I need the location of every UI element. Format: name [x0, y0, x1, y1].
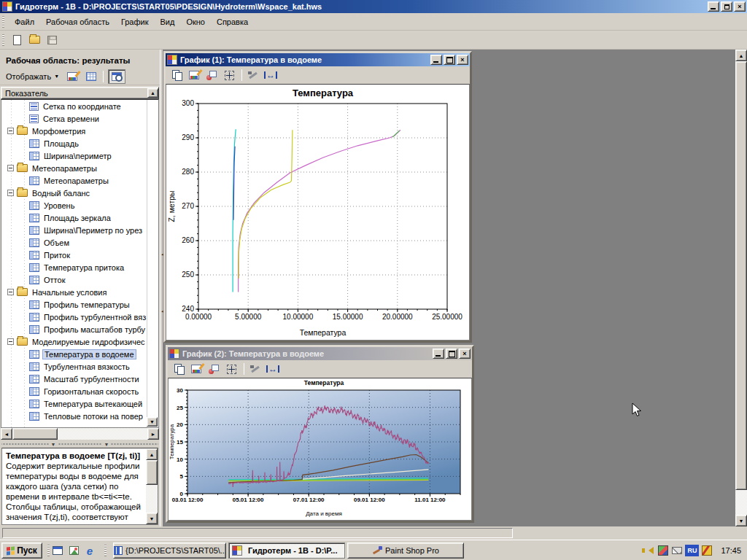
toolbar-grip[interactable] [2, 16, 4, 28]
scrollbar-track[interactable] [146, 485, 158, 513]
maximize-button[interactable] [446, 349, 457, 359]
tree-item-18[interactable]: Профиль турбулентной вяз [1, 311, 158, 323]
datapoint-button[interactable] [204, 68, 220, 82]
tree-item-8[interactable]: Водный баланс [1, 187, 158, 199]
collapse-icon[interactable] [7, 190, 14, 196]
edit-chart-button[interactable] [188, 362, 204, 376]
keyboard-switcher-icon[interactable] [701, 545, 713, 556]
scroll-right-button[interactable]: ► [147, 428, 159, 440]
close-button[interactable]: × [457, 55, 468, 65]
quicklaunch-image-app[interactable] [67, 544, 80, 557]
tree-item-9[interactable]: Уровень [1, 199, 158, 211]
tree-item-11[interactable]: Ширина\Периметр по урез [1, 224, 158, 236]
tree-item-15[interactable]: Отток [1, 273, 158, 286]
tree-item-22[interactable]: Турбулентная вязкость [1, 360, 158, 373]
menu-item-5[interactable]: Окно [180, 15, 211, 28]
scroll-up-button[interactable]: ▲ [146, 448, 158, 460]
tree-item-5[interactable]: Ширина\периметр [1, 149, 158, 162]
tree-item-20[interactable]: Моделируемые гидрофизичес [1, 335, 158, 348]
close-button[interactable]: × [459, 349, 471, 359]
quicklaunch-show-desktop[interactable] [51, 544, 64, 557]
pan-button[interactable] [223, 362, 239, 376]
tree-column-header[interactable]: Показатель ▲ [1, 87, 159, 99]
main-window-titlebar[interactable]: Гидротерм - 1В - D:\PROJECTS\START05\PDE… [0, 0, 747, 13]
tree-item-6[interactable]: Метеопараметры [1, 162, 158, 174]
show-graph-button[interactable] [63, 69, 81, 84]
chart-window-1-titlebar[interactable]: График (1): Температура в водоеме × [166, 53, 470, 66]
tree-item-4[interactable]: Площадь [1, 137, 158, 149]
taskbar-clock[interactable]: 17:45 [715, 546, 746, 555]
volume-icon[interactable] [643, 545, 655, 556]
show-description-button[interactable] [108, 69, 125, 84]
minimize-button[interactable] [708, 1, 719, 12]
collapse-icon[interactable] [7, 289, 14, 295]
maximize-button[interactable] [444, 55, 455, 65]
tree-scroll-down-button[interactable]: ▼ [147, 417, 158, 427]
scrollbar-thumb[interactable] [735, 61, 747, 490]
tree-item-10[interactable]: Площадь зеркала [1, 211, 158, 224]
minimize-button[interactable] [430, 55, 442, 65]
task-button-2[interactable]: Гидротерм - 1В - D:\P... [228, 542, 345, 559]
show-table-button[interactable] [82, 69, 100, 84]
start-button[interactable]: Пуск [1, 542, 42, 559]
menu-item-3[interactable]: График [115, 15, 155, 28]
tree-item-3[interactable]: Морфометрия [1, 125, 158, 137]
collapse-icon[interactable] [7, 165, 14, 171]
tree-item-14[interactable]: Температура притока [1, 261, 158, 273]
tree-item-12[interactable]: Объем [1, 236, 158, 249]
chart-window-2[interactable]: График (2): Температура в водоеме × ↔ 03… [166, 345, 474, 523]
quicklaunch-internet-explorer[interactable]: e [83, 544, 96, 557]
tree-item-26[interactable]: Тепловые потоки на повер [1, 410, 158, 422]
edit-chart-button[interactable] [186, 68, 202, 82]
tree-item-7[interactable]: Метеопараметры [1, 174, 158, 187]
tools-button[interactable] [245, 68, 261, 82]
scrollbar-thumb[interactable] [146, 460, 158, 485]
tree-item-21[interactable]: Температура в водоеме [1, 348, 158, 360]
tree-item-25[interactable]: Температура вытекающей [1, 397, 158, 410]
menu-item-2[interactable]: Рабочая область [40, 15, 115, 28]
fit-width-button[interactable]: ↔ [265, 362, 281, 376]
pan-button[interactable] [221, 68, 237, 82]
copy-button[interactable] [169, 68, 185, 82]
datapoint-button[interactable] [206, 362, 222, 376]
menu-item-4[interactable]: Вид [155, 15, 181, 28]
tree-scroll-up-button[interactable]: ▲ [147, 88, 158, 98]
new-file-button[interactable] [9, 33, 25, 47]
toolbar-grip[interactable] [2, 34, 4, 46]
close-button[interactable]: × [734, 1, 746, 12]
mail-icon[interactable] [671, 545, 683, 556]
tools-button[interactable] [247, 362, 263, 376]
tree-item-13[interactable]: Приток [1, 249, 158, 261]
taskbar-grip[interactable] [47, 545, 50, 556]
tree-item-2[interactable]: Сетка времени [1, 112, 158, 125]
fit-width-button[interactable]: ↔ [263, 68, 279, 82]
tree-item-1[interactable]: Сетка по координате [1, 100, 158, 112]
scrollbar-track[interactable] [58, 428, 147, 440]
chart-window-2-titlebar[interactable]: График (2): Температура в водоеме × [168, 347, 472, 360]
restore-button[interactable] [721, 1, 732, 12]
save-button[interactable] [44, 33, 60, 47]
open-file-button[interactable] [26, 33, 42, 47]
scrollbar-thumb[interactable] [12, 428, 58, 440]
tree-item-24[interactable]: Горизонтальная скорость [1, 385, 158, 397]
display-dropdown[interactable]: Отображать ▼ [3, 71, 62, 82]
menu-item-1[interactable]: Файл [9, 15, 40, 28]
menu-item-6[interactable]: Справка [211, 15, 254, 28]
display-settings-icon[interactable] [657, 545, 669, 556]
taskbar-grip[interactable] [104, 545, 107, 556]
copy-button[interactable] [171, 362, 187, 376]
collapse-icon[interactable] [7, 128, 14, 134]
scroll-left-button[interactable]: ◄ [1, 428, 12, 440]
description-splitter[interactable]: ▼ ▼ [1, 440, 158, 448]
language-indicator[interactable]: RU [685, 545, 699, 556]
scroll-up-button[interactable]: ▲ [735, 50, 747, 61]
tree-item-16[interactable]: Начальные условия [1, 286, 158, 298]
tree-item-23[interactable]: Масштаб турбулентности [1, 373, 158, 385]
collapse-icon[interactable] [7, 338, 14, 345]
scrollbar-track[interactable] [735, 490, 747, 515]
task-button-3[interactable]: Paint Shop Pro [347, 542, 464, 559]
scroll-down-button[interactable]: ▼ [146, 513, 158, 524]
tree-item-19[interactable]: Профиль масштабов турбу [1, 323, 158, 335]
chart-window-1[interactable]: График (1): Температура в водоеме × ↔ 0.… [163, 51, 472, 343]
task-button-1[interactable]: {D:\PROJECTS\START05\... [113, 542, 226, 559]
